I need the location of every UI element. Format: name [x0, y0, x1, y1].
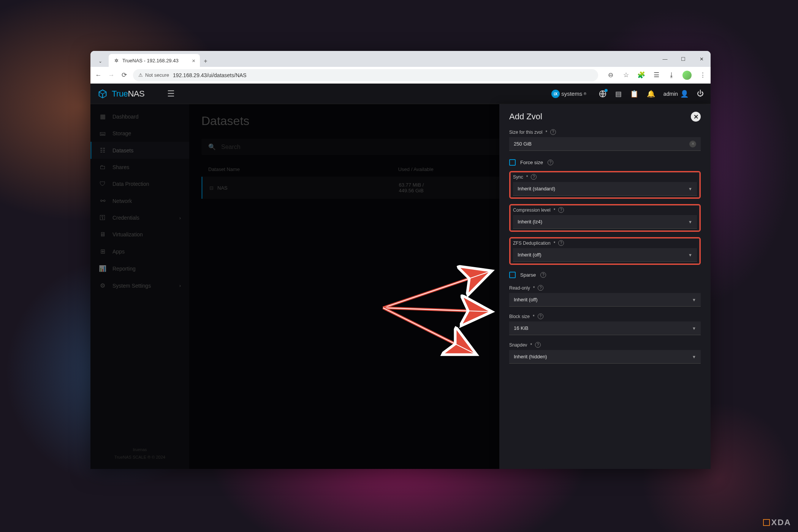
chevron-down-icon: ▼ — [688, 187, 692, 191]
window-minimize-button[interactable]: — — [656, 51, 674, 67]
security-indicator[interactable]: ⚠ Not secure — [138, 72, 169, 78]
favicon-icon: ✲ — [113, 57, 119, 63]
truenas-logo[interactable]: TrueNAS — [97, 89, 144, 99]
username: admin — [663, 91, 678, 97]
chevron-down-icon: ▼ — [692, 355, 696, 359]
compression-select[interactable]: Inherit (lz4) ▼ — [513, 215, 697, 229]
back-button[interactable]: ← — [94, 71, 103, 79]
apps-icon: ⊞ — [99, 248, 106, 255]
help-icon[interactable]: ? — [558, 240, 564, 246]
power-icon[interactable]: ⏻ — [697, 90, 704, 98]
network-icon: ⚯ — [99, 197, 106, 204]
downloads-icon[interactable]: ⭳ — [667, 71, 676, 79]
checklist-icon[interactable]: ▤ — [615, 90, 622, 98]
storage-icon: 🖴 — [99, 130, 106, 137]
sidebar-item-apps[interactable]: ⊞Apps — [90, 243, 189, 260]
tree-icon: ⊟ — [209, 185, 214, 191]
help-icon[interactable]: ? — [550, 129, 556, 135]
window-maximize-button[interactable]: ☐ — [674, 51, 692, 67]
size-input[interactable]: 250 GiB ✕ — [509, 137, 701, 151]
browser-tab[interactable]: ✲ TrueNAS - 192.168.29.43 × — [109, 54, 200, 67]
checkbox-icon — [509, 272, 516, 278]
profile-avatar[interactable] — [682, 71, 692, 80]
clipboard-icon[interactable]: 📋 — [630, 90, 638, 98]
ixsystems-logo[interactable]: iX systems® — [551, 90, 586, 98]
size-label: Size for this zvol — [509, 130, 542, 135]
panel-header: Add Zvol ✕ — [499, 104, 711, 129]
sidebar-item-data-protection[interactable]: 🛡Data Protection — [90, 176, 189, 192]
dedup-select[interactable]: Inherit (off) ▼ — [513, 248, 697, 262]
help-icon[interactable]: ? — [548, 160, 553, 165]
snapdev-select[interactable]: Inherit (hidden) ▼ — [509, 350, 701, 364]
clear-icon[interactable]: ✕ — [689, 141, 696, 147]
reading-list-icon[interactable]: ☰ — [652, 71, 660, 79]
tab-close-button[interactable]: × — [192, 57, 195, 64]
sidebar-item-dashboard[interactable]: ▦Dashboard — [90, 108, 189, 125]
panel-close-button[interactable]: ✕ — [691, 112, 701, 122]
sidebar-item-reporting[interactable]: 📊Reporting — [90, 260, 189, 277]
field-size: Size for this zvol*? 250 GiB ✕ — [509, 129, 701, 151]
dataset-name: NAS — [217, 185, 228, 191]
sidebar-item-credentials[interactable]: ⚿Credentials› — [90, 209, 189, 226]
forward-button[interactable]: → — [107, 71, 116, 79]
help-icon[interactable]: ? — [558, 207, 564, 213]
search-placeholder: Search — [221, 144, 241, 150]
sidebar-item-datasets[interactable]: ☷Datasets — [90, 142, 189, 159]
sidebar-item-label: System Settings — [112, 283, 151, 289]
footer-copyright: TrueNAS SCALE ® © 2024 — [98, 454, 182, 461]
help-icon[interactable]: ? — [531, 174, 537, 180]
highlight-sync: Sync*? Inherit (standard) ▼ — [509, 171, 701, 199]
browser-toolbar: ← → ⟳ ⚠ Not secure 192.168.29.43/ui/data… — [90, 67, 711, 84]
field-snapdev: Snapdev*? Inherit (hidden) ▼ — [509, 342, 701, 364]
sidebar-item-label: Network — [112, 198, 132, 204]
sidebar-item-storage[interactable]: 🖴Storage — [90, 125, 189, 142]
browser-menu-icon[interactable]: ⋮ — [698, 71, 707, 79]
snapdev-label: Snapdev — [509, 342, 527, 348]
blocksize-select[interactable]: 16 KiB ▼ — [509, 321, 701, 335]
highlight-dedup: ZFS Deduplication*? Inherit (off) ▼ — [509, 237, 701, 265]
password-icon[interactable]: ⊖ — [606, 71, 615, 79]
new-tab-button[interactable]: + — [200, 55, 211, 67]
help-icon[interactable]: ? — [538, 285, 543, 291]
user-menu[interactable]: admin 👤 — [663, 90, 689, 98]
dedup-label: ZFS Deduplication — [513, 241, 551, 246]
search-icon: 🔍 — [208, 143, 216, 150]
shield-icon: 🛡 — [99, 180, 106, 187]
readonly-select[interactable]: Inherit (off) ▼ — [509, 293, 701, 307]
sidebar-item-virtualization[interactable]: 🖥Virtualization — [90, 226, 189, 243]
sync-select[interactable]: Inherit (standard) ▼ — [513, 182, 697, 196]
used-value-line1: 63.77 MiB / — [399, 182, 511, 188]
tab-strip: ⌄ ✲ TrueNAS - 192.168.29.43 × + — [90, 51, 711, 67]
menu-toggle-icon[interactable]: ☰ — [167, 89, 175, 99]
sparse-checkbox[interactable]: Sparse ? — [509, 270, 701, 280]
sidebar-item-shares[interactable]: 🗀Shares — [90, 159, 189, 176]
snapdev-value: Inherit (hidden) — [514, 354, 547, 359]
xda-square-icon — [763, 519, 770, 526]
tab-search-dropdown[interactable]: ⌄ — [94, 55, 106, 67]
reload-button[interactable]: ⟳ — [120, 71, 128, 79]
help-icon[interactable]: ? — [535, 342, 541, 348]
gear-icon: ⚙ — [99, 282, 106, 289]
chevron-right-icon: › — [179, 215, 181, 221]
extensions-icon[interactable]: 🧩 — [637, 71, 645, 79]
field-dedup: ZFS Deduplication*? Inherit (off) ▼ — [513, 240, 697, 262]
panel-body: Size for this zvol*? 250 GiB ✕ Force siz… — [499, 129, 711, 469]
alerts-icon[interactable]: 🔔 — [647, 90, 655, 98]
url-text: 192.168.29.43/ui/datasets/NAS — [173, 72, 247, 78]
chevron-down-icon: ▼ — [688, 253, 692, 257]
bookmark-icon[interactable]: ☆ — [622, 71, 630, 79]
address-bar[interactable]: ⚠ Not secure 192.168.29.43/ui/datasets/N… — [133, 69, 598, 81]
window-close-button[interactable]: ✕ — [692, 51, 711, 67]
sidebar-item-system-settings[interactable]: ⚙System Settings› — [90, 277, 189, 294]
network-status-icon[interactable] — [598, 90, 607, 98]
key-icon: ⚿ — [99, 214, 106, 221]
sidebar-item-network[interactable]: ⚯Network — [90, 192, 189, 209]
dedup-value: Inherit (off) — [518, 252, 542, 258]
force-size-checkbox[interactable]: Force size ? — [509, 158, 701, 167]
browser-window: — ☐ ✕ ⌄ ✲ TrueNAS - 192.168.29.43 × + ← … — [90, 51, 711, 469]
sidebar-item-label: Reporting — [112, 266, 136, 272]
checkbox-icon — [509, 159, 516, 166]
sidebar-item-label: Dashboard — [112, 114, 139, 120]
help-icon[interactable]: ? — [540, 272, 546, 278]
help-icon[interactable]: ? — [538, 314, 543, 319]
